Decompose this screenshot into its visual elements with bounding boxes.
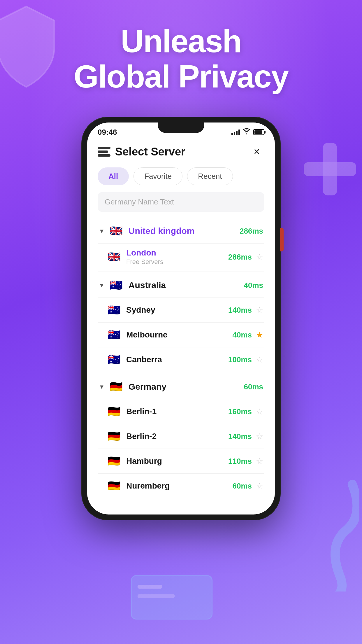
- latency-au: 40ms: [244, 281, 263, 290]
- latency-berlin1: 160ms: [228, 407, 252, 416]
- tab-recent[interactable]: Recent: [187, 167, 233, 185]
- star-london[interactable]: ☆: [256, 252, 263, 262]
- close-button[interactable]: ×: [249, 144, 264, 159]
- latency-de: 60ms: [244, 382, 263, 391]
- chevron-uk: ▼: [99, 228, 105, 235]
- divider-2: [98, 373, 264, 373]
- battery-fill: [254, 130, 262, 134]
- flag-nuremberg: 🇩🇪: [106, 478, 122, 494]
- country-row-uk[interactable]: ▼ 🇬🇧 United kingdom 286ms: [98, 219, 264, 243]
- latency-hamburg: 110ms: [228, 457, 252, 466]
- app-content: Select Server × All Favorite Recent Germ…: [87, 138, 275, 514]
- star-hamburg[interactable]: ☆: [256, 456, 263, 466]
- city-row-berlin2[interactable]: 🇩🇪 Berlin-2 140ms ☆: [98, 424, 264, 449]
- header-title: Select Server: [115, 146, 185, 158]
- divider-1: [98, 272, 264, 272]
- star-melbourne[interactable]: ★: [256, 330, 263, 340]
- flag-canberra: 🇦🇺: [106, 352, 122, 367]
- tab-all[interactable]: All: [98, 167, 129, 185]
- city-name-hamburg: Hamburg: [126, 456, 228, 466]
- cross-decoration-right: [301, 140, 359, 198]
- city-row-sydney[interactable]: 🇦🇺 Sydney 140ms ☆: [98, 298, 264, 322]
- country-name-uk: United kingdom: [129, 226, 240, 236]
- flag-melbourne: 🇦🇺: [106, 327, 122, 342]
- city-row-melbourne[interactable]: 🇦🇺 Melbourne 40ms ★: [98, 322, 264, 347]
- wifi-icon: [243, 128, 250, 136]
- svg-rect-2: [131, 575, 212, 619]
- country-row-au[interactable]: ▼ 🇦🇺 Australia 40ms: [98, 273, 264, 298]
- tabs-container: All Favorite Recent: [98, 167, 264, 185]
- chevron-au: ▼: [99, 282, 105, 289]
- phone-device: 09:46: [82, 117, 280, 520]
- server-line-3: [98, 154, 110, 157]
- city-row-canberra[interactable]: 🇦🇺 Canberra 100ms ☆: [98, 347, 264, 372]
- latency-nuremberg: 60ms: [233, 482, 252, 491]
- city-row-berlin1[interactable]: 🇩🇪 Berlin-1 160ms ☆: [98, 399, 264, 424]
- latency-uk: 286ms: [240, 227, 263, 236]
- svg-rect-0: [323, 143, 337, 195]
- latency-sydney: 140ms: [228, 306, 252, 315]
- server-list: ▼ 🇬🇧 United kingdom 286ms 🇬🇧 London Free…: [98, 219, 264, 498]
- server-line-2: [98, 150, 108, 153]
- latency-canberra: 100ms: [228, 355, 252, 364]
- city-name-nuremberg: Nuremberg: [126, 481, 233, 491]
- latency-berlin2: 140ms: [228, 432, 252, 441]
- headline: Unleash Global Privacy: [56, 23, 306, 94]
- city-name-berlin1: Berlin-1: [126, 407, 228, 416]
- flag-london: 🇬🇧: [106, 249, 122, 265]
- star-canberra[interactable]: ☆: [256, 355, 263, 365]
- country-row-de[interactable]: ▼ 🇩🇪 Germany 60ms: [98, 374, 264, 399]
- tab-favorite[interactable]: Favorite: [133, 167, 182, 185]
- flag-sydney: 🇦🇺: [106, 302, 122, 318]
- signal-bar-3: [236, 131, 238, 135]
- status-time: 09:46: [98, 128, 117, 137]
- shield-decoration-left: [0, 3, 61, 90]
- phone-screen: 09:46: [87, 123, 275, 514]
- battery-icon: [253, 129, 264, 135]
- svg-rect-1: [304, 162, 356, 176]
- city-name-melbourne: Melbourne: [126, 330, 233, 340]
- city-name-berlin2: Berlin-2: [126, 432, 228, 441]
- star-sydney[interactable]: ☆: [256, 305, 263, 315]
- signal-bar-4: [238, 130, 240, 135]
- status-icons: [231, 128, 264, 136]
- box-decoration-bottom: [125, 568, 218, 626]
- country-name-au: Australia: [129, 280, 244, 290]
- city-row-hamburg[interactable]: 🇩🇪 Hamburg 110ms ☆: [98, 449, 264, 473]
- phone-outer-frame: 09:46: [82, 117, 280, 520]
- signal-bar-2: [234, 132, 235, 135]
- flag-uk: 🇬🇧: [109, 223, 124, 239]
- side-button: [280, 228, 284, 251]
- flag-berlin1: 🇩🇪: [106, 404, 122, 419]
- signal-icon: [231, 129, 240, 135]
- flag-de: 🇩🇪: [109, 379, 124, 394]
- server-icon: [98, 147, 110, 157]
- notch: [158, 123, 204, 133]
- flag-hamburg: 🇩🇪: [106, 454, 122, 469]
- flag-au: 🇦🇺: [109, 278, 124, 293]
- svg-rect-3: [138, 585, 162, 589]
- city-name-london: London Free Servers: [126, 248, 228, 266]
- star-berlin1[interactable]: ☆: [256, 407, 263, 416]
- search-input[interactable]: Germany Name Text: [98, 192, 264, 212]
- latency-london: 286ms: [228, 253, 252, 262]
- flag-berlin2: 🇩🇪: [106, 429, 122, 444]
- star-nuremberg[interactable]: ☆: [256, 481, 263, 491]
- app-header: Select Server ×: [98, 144, 264, 159]
- svg-rect-4: [138, 594, 175, 598]
- latency-melbourne: 40ms: [233, 330, 252, 340]
- city-row-nuremberg[interactable]: 🇩🇪 Nuremberg 60ms ☆: [98, 473, 264, 498]
- city-row-london[interactable]: 🇬🇧 London Free Servers 286ms ☆: [98, 243, 264, 270]
- server-line-1: [98, 147, 110, 149]
- chevron-de: ▼: [99, 384, 105, 390]
- city-name-canberra: Canberra: [126, 355, 228, 364]
- star-berlin2[interactable]: ☆: [256, 432, 263, 441]
- header-left: Select Server: [98, 146, 185, 158]
- signal-bar-1: [231, 133, 233, 135]
- country-name-de: Germany: [129, 382, 244, 392]
- city-name-sydney: Sydney: [126, 305, 228, 315]
